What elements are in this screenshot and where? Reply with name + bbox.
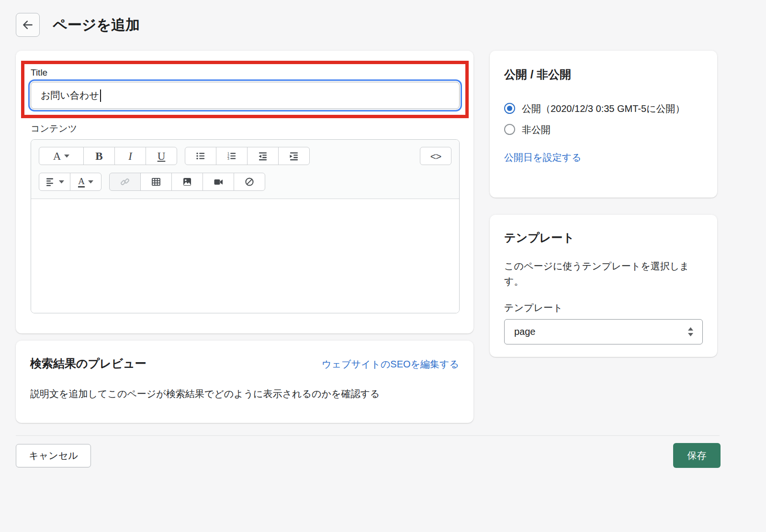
hidden-option[interactable]: 非公開 [504,122,703,137]
insert-image-button[interactable] [171,173,203,191]
footer-divider [16,435,720,436]
back-button[interactable] [16,13,40,37]
alignment-dropdown-button[interactable] [39,173,70,191]
svg-text:3: 3 [227,157,229,160]
text-color-icon: A [78,177,85,188]
text-cursor [100,89,101,102]
insert-group [109,173,265,191]
set-visibility-date-link[interactable]: 公開日を設定する [504,151,581,164]
cancel-button[interactable]: キャンセル [16,444,91,467]
radio-selected-icon[interactable] [504,103,515,114]
visible-option-label[interactable]: 公開（2020/12/3 0:35 GMT-5に公開） [522,101,685,116]
arrow-left-icon [22,19,34,31]
toolbar-row-2: A [39,173,451,191]
search-preview-card: 検索結果のプレビュー ウェブサイトのSEOを編集する 説明文を追加してこのページ… [16,341,473,423]
editor-toolbar: A B I U [31,140,459,199]
title-input[interactable]: お問い合わせ [31,82,460,109]
text-color-dropdown-button[interactable]: A [70,173,101,191]
italic-icon: I [128,151,132,162]
table-icon [151,177,161,187]
select-stepper-icon [687,327,694,336]
title-input-value: お問い合わせ [41,89,99,102]
chevron-down-icon [64,155,69,158]
toolbar-row-1: A B I U [39,147,451,165]
chevron-down-icon [88,180,93,184]
content-field-label: コンテンツ [31,122,77,135]
link-icon [120,177,130,187]
text-format-dropdown-button[interactable]: A [39,147,84,165]
clear-formatting-icon [244,177,255,187]
insert-table-dropdown-button[interactable] [140,173,172,191]
search-preview-description: 説明文を追加してこのページが検索結果でどのように表示されるのかを確認する [30,388,459,400]
show-html-button[interactable]: <> [420,147,451,165]
page-title: ページを追加 [53,15,140,35]
page-form-card: Title お問い合わせ コンテンツ A B I [16,51,473,333]
clear-formatting-button[interactable] [234,173,265,191]
bold-button[interactable]: B [83,147,115,165]
title-field-label: Title [31,67,47,78]
visible-option[interactable]: 公開（2020/12/3 0:35 GMT-5に公開） [504,101,703,116]
format-icon: A [53,151,61,162]
template-card: テンプレート このページに使うテンプレートを選択します。 テンプレート page [490,215,717,357]
bold-icon: B [95,151,102,162]
page-header: ページを追加 [16,13,140,37]
code-icon: <> [430,151,441,161]
bulleted-list-button[interactable] [185,147,216,165]
search-preview-header: 検索結果のプレビュー ウェブサイトのSEOを編集する [30,356,459,371]
italic-button[interactable]: I [114,147,146,165]
template-select[interactable]: page [504,319,703,344]
save-button[interactable]: 保存 [673,443,721,468]
text-style-group: A B I U [39,147,177,165]
numbered-list-button[interactable]: 1 2 3 [216,147,248,165]
underline-icon: U [158,151,166,162]
template-select-value: page [514,326,536,337]
editor-content-area[interactable] [31,199,459,313]
visibility-heading: 公開 / 非公開 [504,67,703,82]
visibility-options: 公開（2020/12/3 0:35 GMT-5に公開） 非公開 [504,101,703,137]
align-left-icon [45,177,56,187]
template-heading: テンプレート [504,230,703,245]
image-icon [182,177,192,187]
template-select-label: テンプレート [504,301,703,314]
visibility-card: 公開 / 非公開 公開（2020/12/3 0:35 GMT-5に公開） 非公開… [490,51,717,198]
chevron-down-icon [59,180,64,184]
align-color-group: A [39,173,101,191]
indent-button[interactable] [278,147,310,165]
radio-unselected-icon[interactable] [504,124,515,135]
template-description: このページに使うテンプレートを選択します。 [504,259,696,289]
bulleted-list-icon [195,151,206,161]
indent-icon [289,151,299,161]
code-group: <> [420,147,451,165]
outdent-icon [258,151,268,161]
insert-video-button[interactable] [203,173,234,191]
outdent-button[interactable] [247,147,279,165]
underline-button[interactable]: U [146,147,177,165]
list-indent-group: 1 2 3 [185,147,310,165]
insert-link-button[interactable] [109,173,141,191]
numbered-list-icon: 1 2 3 [226,151,237,161]
edit-website-seo-link[interactable]: ウェブサイトのSEOを編集する [322,358,459,371]
rich-text-editor: A B I U [31,139,460,313]
search-preview-heading: 検索結果のプレビュー [30,356,146,371]
video-icon [213,177,224,187]
hidden-option-label[interactable]: 非公開 [522,122,551,137]
